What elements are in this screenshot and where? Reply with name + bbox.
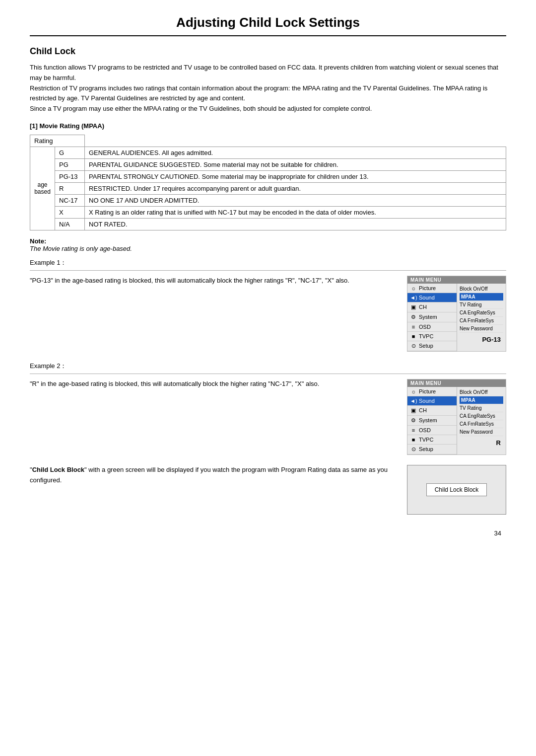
menu1-tvpc-label: TVPC bbox=[419, 333, 433, 339]
section-title: Child Lock bbox=[30, 46, 506, 57]
menu1-right-item-4: CA FrnRateSys bbox=[460, 317, 503, 325]
rating-code-pg: PG bbox=[55, 158, 85, 170]
page-title: Adjusting Child Lock Settings bbox=[30, 15, 506, 36]
menu1-title: MAIN MENU bbox=[407, 276, 506, 284]
menu2-title: MAIN MENU bbox=[407, 379, 506, 387]
menu2-rating-value: R bbox=[460, 439, 503, 447]
picture-icon: ☼ bbox=[410, 285, 417, 291]
menu2-setup-label: Setup bbox=[419, 446, 433, 452]
child-lock-bold: Child Lock Block bbox=[32, 466, 84, 473]
example1-label: Example 1： bbox=[30, 258, 506, 267]
menu1-right: Block On/Off MPAA TV Rating CA EngRateSy… bbox=[457, 284, 506, 351]
rating-desc-na: NOT RATED. bbox=[85, 218, 506, 230]
rating-table: Rating age based G GENERAL AUDIENCES. Al… bbox=[30, 135, 506, 230]
table-row: PG-13 PARENTAL STRONGLY CAUTIONED. Some … bbox=[30, 170, 506, 182]
menu2-tvpc-label: TVPC bbox=[419, 437, 433, 443]
example1-text: "PG-13" in the age-based rating is block… bbox=[30, 276, 397, 286]
example2-label: Example 2： bbox=[30, 362, 506, 371]
menu1-item-tvpc: ■ TVPC bbox=[407, 332, 457, 341]
intro-text: This function allows TV programs to be r… bbox=[30, 63, 506, 114]
tvpc-icon-1: ■ bbox=[410, 333, 417, 339]
menu2-ch-label: CH bbox=[419, 407, 427, 413]
rating-desc-pg13: PARENTAL STRONGLY CAUTIONED. Some materi… bbox=[85, 170, 506, 182]
ch-icon-2: ▣ bbox=[410, 407, 417, 414]
menu1-osd-label: OSD bbox=[419, 324, 431, 330]
menu2-right-item-0: Block On/Off bbox=[460, 388, 503, 396]
picture-icon-2: ☼ bbox=[410, 388, 417, 394]
child-lock-box-label: Child Lock Block bbox=[426, 483, 487, 496]
rating-code-na: N/A bbox=[55, 218, 85, 230]
menu1-right-item-1: MPAA bbox=[460, 293, 503, 301]
child-lock-box-wrapper: Child Lock Block bbox=[407, 465, 506, 515]
menu1-right-item-2: TV Rating bbox=[460, 301, 503, 309]
menu2-right-item-4: CA FrnRateSys bbox=[460, 420, 503, 428]
menu2-item-tvpc: ■ TVPC bbox=[407, 435, 457, 445]
age-based-cell: age based bbox=[30, 147, 55, 230]
rating-code-nc17: NC-17 bbox=[55, 194, 85, 206]
osd-icon-1: ≡ bbox=[410, 324, 417, 330]
osd-icon-2: ≡ bbox=[410, 427, 417, 433]
example1-block: "PG-13" in the age-based rating is block… bbox=[30, 270, 506, 352]
child-lock-text: "Child Lock Block" with a green screen w… bbox=[30, 465, 397, 486]
rating-desc-nc17: NO ONE 17 AND UNDER ADMITTED. bbox=[85, 194, 506, 206]
rating-header: Rating bbox=[30, 135, 85, 147]
example2-text: "R" in the age-based rating is blocked, … bbox=[30, 379, 397, 389]
child-lock-section: "Child Lock Block" with a green screen w… bbox=[30, 465, 506, 515]
menu2-right-item-2: TV Rating bbox=[460, 404, 503, 412]
menu1-item-picture: ☼ Picture bbox=[407, 284, 457, 293]
menu1-row: ☼ Picture ◄) Sound ▣ CH ⚙ System ≡ OSD bbox=[407, 284, 506, 351]
menu-box-2: MAIN MENU ☼ Picture ◄) Sound ▣ CH ⚙ Syst… bbox=[407, 379, 506, 455]
menu2-item-sound: ◄) Sound bbox=[407, 396, 457, 406]
menu-box-1: MAIN MENU ☼ Picture ◄) Sound ▣ CH ⚙ Syst… bbox=[407, 276, 506, 352]
table-row: N/A NOT RATED. bbox=[30, 218, 506, 230]
menu1-right-item-0: Block On/Off bbox=[460, 285, 503, 293]
menu2-item-setup: ⊙ Setup bbox=[407, 445, 457, 454]
rating-code-pg13: PG-13 bbox=[55, 170, 85, 182]
rating-code-x: X bbox=[55, 206, 85, 218]
menu2-right-item-1: MPAA bbox=[460, 396, 503, 404]
table-row: age based G GENERAL AUDIENCES. All ages … bbox=[30, 147, 506, 158]
table-row: PG PARENTAL GUIDANCE SUGGESTED. Some mat… bbox=[30, 158, 506, 170]
table-row: R RESTRICTED. Under 17 requires accompan… bbox=[30, 182, 506, 194]
rating-desc-x: X Rating is an older rating that is unif… bbox=[85, 206, 506, 218]
menu2-picture-label: Picture bbox=[419, 388, 436, 394]
menu1-item-sound: ◄) Sound bbox=[407, 293, 457, 302]
tvpc-icon-2: ■ bbox=[410, 437, 417, 443]
menu2-right-item-3: CA EngRateSys bbox=[460, 412, 503, 420]
menu1-item-osd: ≡ OSD bbox=[407, 322, 457, 332]
menu1-rating-value: PG-13 bbox=[460, 336, 503, 343]
example2-block: "R" in the age-based rating is blocked, … bbox=[30, 374, 506, 455]
menu2-item-osd: ≡ OSD bbox=[407, 426, 457, 435]
menu2-item-ch: ▣ CH bbox=[407, 406, 457, 416]
menu2-right: Block On/Off MPAA TV Rating CA EngRateSy… bbox=[457, 387, 506, 454]
menu1-ch-label: CH bbox=[419, 304, 427, 310]
rating-code-g: G bbox=[55, 147, 85, 158]
rating-desc-g: GENERAL AUDIENCES. All ages admitted. bbox=[85, 147, 506, 158]
menu1-picture-label: Picture bbox=[419, 285, 436, 291]
table-row: X X Rating is an older rating that is un… bbox=[30, 206, 506, 218]
menu1-right-item-5: New Password bbox=[460, 325, 503, 333]
rating-desc-r: RESTRICTED. Under 17 requires accompanyi… bbox=[85, 182, 506, 194]
sound-icon-1: ◄) bbox=[410, 295, 417, 301]
menu1-sound-label: Sound bbox=[419, 295, 435, 301]
rating-desc-pg: PARENTAL GUIDANCE SUGGESTED. Some materi… bbox=[85, 158, 506, 170]
menu1-system-label: System bbox=[419, 314, 437, 320]
menu2-right-item-5: New Password bbox=[460, 428, 503, 436]
note-line: Note: bbox=[30, 237, 506, 245]
menu1-right-item-3: CA EngRateSys bbox=[460, 309, 503, 317]
menu2-sound-label: Sound bbox=[419, 398, 435, 404]
menu2-left: ☼ Picture ◄) Sound ▣ CH ⚙ System ≡ OSD bbox=[407, 387, 457, 454]
rating-code-r: R bbox=[55, 182, 85, 194]
menu2-item-picture: ☼ Picture bbox=[407, 387, 457, 396]
page-number: 34 bbox=[30, 529, 506, 537]
note-label: Note: bbox=[30, 237, 46, 245]
setup-icon-2: ⊙ bbox=[410, 446, 417, 453]
note-text: The Movie rating is only age-based. bbox=[30, 245, 506, 252]
setup-icon-1: ⊙ bbox=[410, 343, 417, 349]
system-icon-1: ⚙ bbox=[410, 314, 417, 320]
menu2-item-system: ⚙ System bbox=[407, 416, 457, 426]
menu1-left: ☼ Picture ◄) Sound ▣ CH ⚙ System ≡ OSD bbox=[407, 284, 457, 351]
menu2-osd-label: OSD bbox=[419, 427, 431, 433]
menu2-row: ☼ Picture ◄) Sound ▣ CH ⚙ System ≡ OSD bbox=[407, 387, 506, 454]
menu1-item-ch: ▣ CH bbox=[407, 302, 457, 312]
